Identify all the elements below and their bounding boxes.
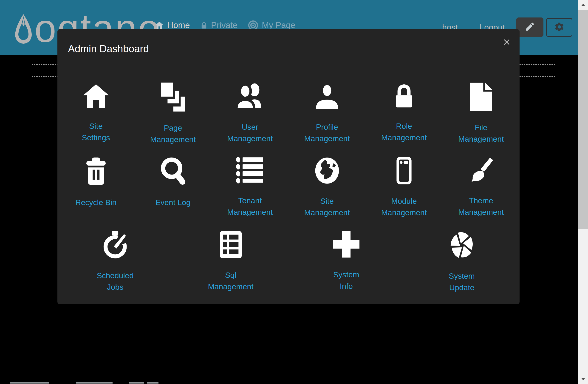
- settings-button[interactable]: [546, 18, 572, 37]
- tile-user-management[interactable]: User Management: [211, 68, 289, 142]
- magnifier-icon: [160, 157, 186, 186]
- tile-label: Tenant Management: [227, 195, 273, 218]
- tile-label: Page Management: [150, 122, 196, 145]
- globe-icon: [314, 157, 340, 185]
- tile-label: Scheduled Jobs: [97, 270, 134, 293]
- clipped-footer-fragment: [76, 382, 113, 384]
- spreadsheet-icon: [220, 231, 242, 259]
- nav-label: Private: [211, 21, 237, 30]
- admin-dashboard-modal: Admin Dashboard × Site SettingsPage Mana…: [57, 29, 520, 304]
- nav-item-my-page[interactable]: My Page: [248, 20, 295, 30]
- arrow-up-icon: [581, 4, 585, 6]
- timer-icon: [103, 231, 128, 259]
- brush-icon: [469, 157, 493, 184]
- tile-label: Recycle Bin: [75, 197, 117, 208]
- home-icon: [82, 83, 110, 110]
- pencil-icon: [525, 21, 535, 33]
- edit-mode-button[interactable]: [516, 18, 544, 37]
- nav-item-home[interactable]: Home: [155, 21, 190, 30]
- tile-label: Profile Management: [304, 121, 350, 144]
- admin-tiles-grid: Site SettingsPage ManagementUser Managem…: [57, 68, 520, 291]
- tile-label: File Management: [458, 122, 504, 145]
- target-icon: [248, 20, 258, 30]
- browser-icon: [397, 157, 412, 185]
- clipped-footer-fragment: [10, 382, 49, 384]
- scroll-up-button[interactable]: [578, 0, 588, 10]
- tile-role-management[interactable]: Role Management: [365, 68, 442, 142]
- arrow-down-icon: [581, 378, 585, 380]
- layers-icon: [161, 83, 185, 112]
- list-icon: [236, 157, 264, 184]
- aperture-icon: [449, 231, 474, 260]
- gear-icon: [554, 22, 565, 33]
- home-icon: [155, 21, 164, 29]
- tile-event-log[interactable]: Event Log: [134, 142, 211, 216]
- tile-system-update[interactable]: System Update: [404, 216, 520, 291]
- clipped-footer-fragment: [147, 382, 158, 384]
- tile-label: System Info: [333, 269, 359, 292]
- file-icon: [469, 83, 493, 111]
- nav-label: My Page: [262, 21, 295, 30]
- scroll-down-button[interactable]: [578, 374, 588, 384]
- tile-site-settings[interactable]: Site Settings: [57, 68, 134, 142]
- vertical-scrollbar[interactable]: [578, 0, 588, 384]
- tile-label: Role Management: [381, 120, 427, 143]
- tile-label: Site Settings: [82, 120, 110, 143]
- tile-file-management[interactable]: File Management: [443, 68, 520, 142]
- tile-system-info[interactable]: System Info: [289, 216, 404, 291]
- tile-label: Theme Management: [458, 195, 504, 218]
- nav-label: Home: [167, 21, 190, 30]
- modal-title: Admin Dashboard: [68, 43, 149, 54]
- tile-profile-management[interactable]: Profile Management: [289, 68, 365, 142]
- tile-label: User Management: [227, 121, 273, 144]
- tile-tenant-management[interactable]: Tenant Management: [211, 142, 289, 216]
- trash-icon: [85, 157, 107, 186]
- oqtane-droplet-logo-icon: [15, 14, 32, 46]
- tile-recycle-bin[interactable]: Recycle Bin: [57, 142, 134, 216]
- tile-label: Module Management: [381, 195, 427, 218]
- medical-cross-icon: [333, 231, 360, 258]
- close-icon[interactable]: ×: [503, 36, 510, 48]
- tile-site-management[interactable]: Site Management: [289, 142, 365, 216]
- tile-label: Site Management: [304, 195, 350, 218]
- lock-icon: [201, 21, 208, 29]
- nav-item-private[interactable]: Private: [201, 21, 237, 30]
- tile-scheduled-jobs[interactable]: Scheduled Jobs: [57, 216, 173, 291]
- tile-module-management[interactable]: Module Management: [365, 142, 442, 216]
- clipped-footer-fragment: [129, 382, 144, 384]
- lock-icon: [392, 83, 416, 110]
- tile-label: Sql Management: [208, 269, 253, 292]
- tile-label: System Update: [449, 270, 475, 293]
- tile-theme-management[interactable]: Theme Management: [443, 142, 520, 216]
- tile-sql-management[interactable]: Sql Management: [173, 216, 289, 291]
- tile-page-management[interactable]: Page Management: [134, 68, 211, 142]
- scrollbar-thumb[interactable]: [578, 10, 588, 229]
- modal-header: Admin Dashboard ×: [57, 29, 520, 68]
- people-icon: [234, 83, 265, 111]
- tile-label: Event Log: [155, 197, 190, 208]
- person-icon: [313, 83, 341, 111]
